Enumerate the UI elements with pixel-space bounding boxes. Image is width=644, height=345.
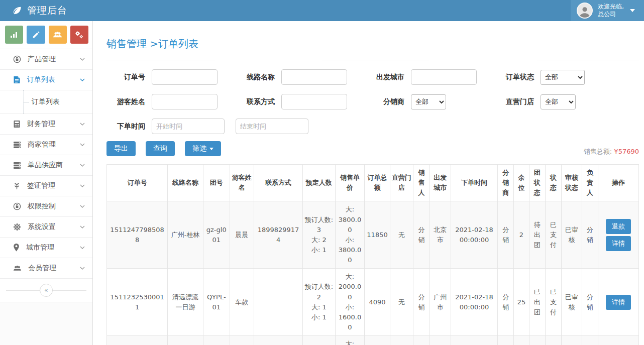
end-time-input[interactable] xyxy=(236,119,308,134)
chevron-down-icon xyxy=(79,224,85,230)
export-button[interactable]: 导出 xyxy=(106,141,136,156)
depart-city-input[interactable] xyxy=(411,69,477,85)
sidebar-collapse-row: « xyxy=(0,279,92,302)
shortcut-bar xyxy=(0,21,92,49)
sidebar-item-finance[interactable]: 财务管理 xyxy=(0,114,92,135)
breadcrumb: 销售管理 >订单列表 xyxy=(106,21,639,60)
chevron-down-icon xyxy=(79,265,85,271)
chevron-down-icon xyxy=(79,56,85,62)
pencil-icon[interactable] xyxy=(27,26,45,44)
sidebar-item-permission[interactable]: 权限控制 xyxy=(0,196,92,217)
table-header-row: 订单号 线路名称 团号 游客姓名 联系方式 预定人数 销售单价 订单总额 直营门… xyxy=(107,165,639,201)
detail-button[interactable]: 详情 xyxy=(606,295,631,310)
file-icon xyxy=(13,76,21,84)
sidebar-item-supplier[interactable]: 单品供应商 xyxy=(0,155,92,176)
sidebar-item-merchant[interactable]: 商家管理 xyxy=(0,135,92,155)
table-row: 15112477985088 广州-桂林 gz-gl001 晨晨 1899829… xyxy=(107,201,639,269)
tourist-name-label: 游客姓名 xyxy=(106,97,152,106)
collapse-sidebar-button[interactable]: « xyxy=(40,284,53,297)
contact-input[interactable] xyxy=(281,94,347,109)
users-icon[interactable] xyxy=(49,26,67,44)
table-row: 15112325300011 清远漂流一日游 QYPL-01 车款 预订人数: … xyxy=(107,269,639,336)
filter-dropdown-button[interactable]: 筛选 xyxy=(185,141,221,156)
sidebar-item-member[interactable]: 会员管理 xyxy=(0,258,92,279)
chevron-down-icon xyxy=(79,183,85,189)
refund-button[interactable]: 退款 xyxy=(606,219,631,234)
sales-total: 销售总额: ¥57690 xyxy=(584,147,639,156)
lock-circle-icon xyxy=(13,55,21,63)
welcome-text: 欢迎光临, 总公司 xyxy=(598,3,624,18)
chevron-down-icon xyxy=(79,142,85,148)
gears-icon[interactable] xyxy=(70,26,88,44)
distributor-label: 分销商 xyxy=(366,97,411,106)
sales-total-value: ¥57690 xyxy=(614,148,639,155)
tourist-name-input[interactable] xyxy=(152,94,218,109)
chevron-down-icon xyxy=(79,245,85,251)
sidebar-filler xyxy=(0,302,92,345)
store-select[interactable]: 全部 xyxy=(541,94,576,109)
detail-button[interactable]: 详情 xyxy=(606,236,631,251)
sidebar-item-orders[interactable]: 订单列表 xyxy=(0,70,92,90)
order-status-label: 订单状态 xyxy=(495,73,541,82)
chevron-down-icon xyxy=(630,9,635,12)
depart-city-label: 出发城市 xyxy=(366,73,411,82)
contact-label: 联系方式 xyxy=(236,97,281,106)
lock-circle-icon xyxy=(13,202,21,210)
user-menu[interactable]: 欢迎光临, 总公司 xyxy=(571,0,644,21)
app-title: 管理后台 xyxy=(27,4,67,17)
start-time-input[interactable] xyxy=(152,119,225,134)
top-bar: 管理后台 欢迎光临, 总公司 xyxy=(0,0,644,21)
bar-chart-icon[interactable] xyxy=(5,26,23,44)
sidebar-item-settings[interactable]: 系统设置 xyxy=(0,217,92,238)
sidebar-subitem-order-list[interactable]: 订单列表 xyxy=(23,90,92,113)
order-time-label: 下单时间 xyxy=(106,122,152,131)
gear-icon xyxy=(13,223,21,231)
map-pin-icon xyxy=(13,244,20,252)
table-row: 15112323841373 清远漂流一日游 QYPL-01 耙耙 预订人数: … xyxy=(107,336,639,345)
leaf-icon xyxy=(11,5,22,16)
sidebar-item-visa[interactable]: 签证管理 xyxy=(0,176,92,196)
route-label: 线路名称 xyxy=(236,73,281,82)
distributor-select[interactable]: 全部 xyxy=(411,94,446,109)
main-content: 销售管理 >订单列表 订单号 线路名称 出发城市 订单状态 xyxy=(93,21,644,345)
orders-table: 订单号 线路名称 团号 游客姓名 联系方式 预定人数 销售单价 订单总额 直营门… xyxy=(106,164,639,345)
query-button[interactable]: 查询 xyxy=(146,141,175,156)
route-input[interactable] xyxy=(281,69,347,85)
user-avatar xyxy=(577,3,593,19)
order-status-select[interactable]: 全部 xyxy=(541,70,585,85)
table-actions-row: 导出 查询 筛选 销售总额: ¥57690 xyxy=(106,141,639,156)
order-no-input[interactable] xyxy=(152,69,218,85)
chevron-down-icon xyxy=(79,77,85,83)
chevron-down-icon xyxy=(79,203,85,209)
calculator-icon xyxy=(13,120,21,128)
orders-submenu: 订单列表 xyxy=(0,90,92,114)
caret-down-icon xyxy=(209,148,213,150)
users-icon xyxy=(13,265,22,272)
app-brand: 管理后台 xyxy=(0,4,571,17)
sidebar: 产品管理 订单列表 订单列表 财务管理 商家管理 单品供应商 xyxy=(0,21,93,345)
sidebar-item-product[interactable]: 产品管理 xyxy=(0,49,92,70)
filter-panel: 订单号 线路名称 出发城市 订单状态 全部 xyxy=(106,60,639,134)
server-icon xyxy=(13,141,21,149)
order-no-label: 订单号 xyxy=(106,73,152,82)
chevron-down-icon xyxy=(79,162,85,168)
server-icon xyxy=(13,162,21,169)
store-label: 直营门店 xyxy=(495,97,541,106)
plant-icon xyxy=(13,182,21,190)
sidebar-item-city[interactable]: 城市管理 xyxy=(0,238,92,258)
chevron-down-icon xyxy=(79,121,85,127)
